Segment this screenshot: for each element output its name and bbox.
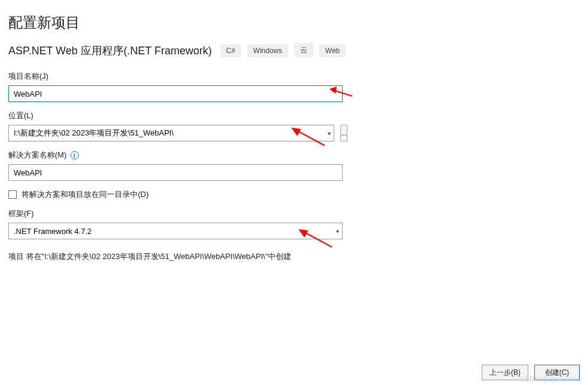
project-name-input[interactable] — [8, 85, 343, 102]
solution-name-label: 解决方案名称(M) i — [8, 150, 343, 161]
framework-label: 框架(F) — [8, 208, 343, 219]
tag-cloud: 云 — [294, 43, 313, 58]
project-type-title: ASP.NET Web 应用程序(.NET Framework) — [8, 44, 212, 58]
same-directory-checkbox[interactable] — [8, 190, 17, 199]
browse-button[interactable]: ... — [340, 125, 347, 141]
solution-name-input[interactable] — [8, 164, 343, 181]
tag-csharp: C# — [220, 44, 241, 57]
create-path-summary: 项目 将在"I:\新建文件夹\02 2023年项目开发\51_WebAPI\We… — [8, 251, 343, 262]
location-label: 位置(L) — [8, 110, 343, 121]
info-icon: i — [70, 151, 79, 159]
same-directory-row[interactable]: 将解决方案和项目放在同一目录中(D) — [8, 189, 343, 200]
same-directory-label: 将解决方案和项目放在同一目录中(D) — [21, 189, 149, 200]
project-name-label: 项目名称(J) — [8, 71, 343, 82]
tag-windows: Windows — [247, 44, 288, 57]
framework-select[interactable] — [8, 223, 343, 239]
tag-web: Web — [319, 44, 346, 57]
create-button[interactable]: 创建(C) — [534, 365, 580, 380]
location-input[interactable] — [8, 125, 334, 141]
page-title: 配置新项目 — [8, 13, 580, 32]
project-type-row: ASP.NET Web 应用程序(.NET Framework) C# Wind… — [8, 43, 580, 58]
back-button[interactable]: 上一步(B) — [482, 365, 528, 380]
solution-name-label-text: 解决方案名称(M) — [8, 150, 67, 161]
